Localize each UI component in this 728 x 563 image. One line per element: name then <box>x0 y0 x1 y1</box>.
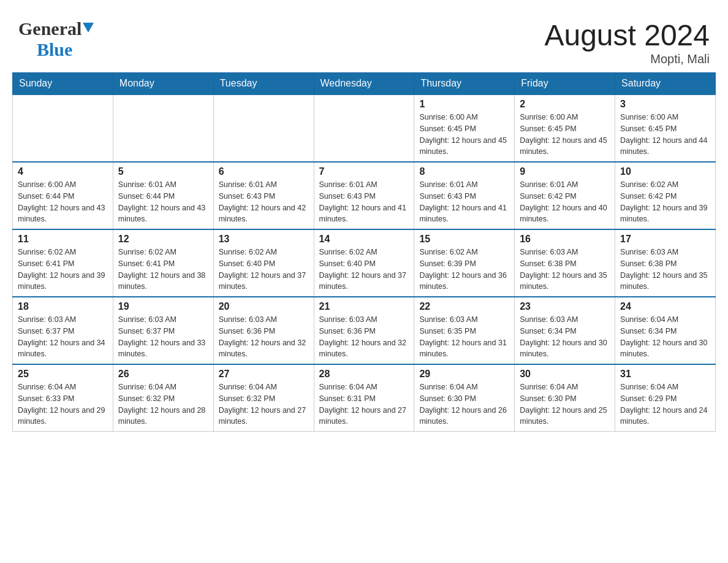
day-info: Sunrise: 6:04 AMSunset: 6:30 PMDaylight:… <box>419 383 506 426</box>
calendar-cell <box>13 94 113 162</box>
page-header: General Blue August 2024 Mopti, Mali <box>12 12 716 66</box>
calendar-week-row-2: 4 Sunrise: 6:00 AMSunset: 6:44 PMDayligh… <box>13 162 716 229</box>
calendar-cell: 13 Sunrise: 6:02 AMSunset: 6:40 PMDaylig… <box>213 229 314 297</box>
calendar-cell: 6 Sunrise: 6:01 AMSunset: 6:43 PMDayligh… <box>213 162 314 229</box>
calendar-cell: 27 Sunrise: 6:04 AMSunset: 6:32 PMDaylig… <box>213 364 314 432</box>
day-number: 10 <box>620 166 710 177</box>
day-info: Sunrise: 6:02 AMSunset: 6:40 PMDaylight:… <box>219 248 306 291</box>
logo: General Blue <box>18 18 94 60</box>
day-info: Sunrise: 6:00 AMSunset: 6:45 PMDaylight:… <box>520 113 607 156</box>
day-number: 18 <box>18 301 108 312</box>
calendar-cell <box>213 94 314 162</box>
weekday-header-monday: Monday <box>113 73 213 95</box>
day-number: 23 <box>520 301 610 312</box>
day-number: 17 <box>620 234 710 245</box>
day-info: Sunrise: 6:03 AMSunset: 6:35 PMDaylight:… <box>419 315 506 358</box>
day-info: Sunrise: 6:03 AMSunset: 6:37 PMDaylight:… <box>118 315 205 358</box>
calendar-cell: 21 Sunrise: 6:03 AMSunset: 6:36 PMDaylig… <box>314 297 414 364</box>
day-info: Sunrise: 6:00 AMSunset: 6:44 PMDaylight:… <box>18 180 105 223</box>
weekday-header-friday: Friday <box>515 73 615 95</box>
day-info: Sunrise: 6:03 AMSunset: 6:36 PMDaylight:… <box>219 315 306 358</box>
day-number: 16 <box>520 234 610 245</box>
day-number: 2 <box>520 99 610 110</box>
day-number: 24 <box>620 301 710 312</box>
day-info: Sunrise: 6:04 AMSunset: 6:32 PMDaylight:… <box>219 383 306 426</box>
calendar-cell: 2 Sunrise: 6:00 AMSunset: 6:45 PMDayligh… <box>515 94 615 162</box>
calendar-week-row-1: 1 Sunrise: 6:00 AMSunset: 6:45 PMDayligh… <box>13 94 716 162</box>
day-info: Sunrise: 6:03 AMSunset: 6:36 PMDaylight:… <box>319 315 406 358</box>
day-info: Sunrise: 6:02 AMSunset: 6:40 PMDaylight:… <box>319 248 406 291</box>
day-info: Sunrise: 6:02 AMSunset: 6:41 PMDaylight:… <box>118 248 205 291</box>
calendar-cell: 24 Sunrise: 6:04 AMSunset: 6:34 PMDaylig… <box>615 297 716 364</box>
calendar-cell <box>113 94 213 162</box>
day-info: Sunrise: 6:03 AMSunset: 6:38 PMDaylight:… <box>520 248 607 291</box>
day-number: 29 <box>419 369 509 380</box>
day-info: Sunrise: 6:01 AMSunset: 6:43 PMDaylight:… <box>419 180 506 223</box>
month-title: August 2024 <box>544 18 710 52</box>
day-number: 15 <box>419 234 509 245</box>
day-info: Sunrise: 6:00 AMSunset: 6:45 PMDaylight:… <box>620 113 707 156</box>
day-number: 4 <box>18 166 108 177</box>
day-number: 21 <box>319 301 409 312</box>
calendar-cell: 11 Sunrise: 6:02 AMSunset: 6:41 PMDaylig… <box>13 229 113 297</box>
calendar-cell: 26 Sunrise: 6:04 AMSunset: 6:32 PMDaylig… <box>113 364 213 432</box>
day-info: Sunrise: 6:04 AMSunset: 6:33 PMDaylight:… <box>18 383 105 426</box>
day-number: 1 <box>419 99 509 110</box>
calendar-week-row-3: 11 Sunrise: 6:02 AMSunset: 6:41 PMDaylig… <box>13 229 716 297</box>
weekday-header-thursday: Thursday <box>414 73 515 95</box>
calendar-cell: 20 Sunrise: 6:03 AMSunset: 6:36 PMDaylig… <box>213 297 314 364</box>
calendar-cell: 30 Sunrise: 6:04 AMSunset: 6:30 PMDaylig… <box>515 364 615 432</box>
calendar-cell: 25 Sunrise: 6:04 AMSunset: 6:33 PMDaylig… <box>13 364 113 432</box>
calendar-cell: 16 Sunrise: 6:03 AMSunset: 6:38 PMDaylig… <box>515 229 615 297</box>
day-info: Sunrise: 6:04 AMSunset: 6:32 PMDaylight:… <box>118 383 205 426</box>
calendar-cell: 23 Sunrise: 6:03 AMSunset: 6:34 PMDaylig… <box>515 297 615 364</box>
day-number: 27 <box>219 369 309 380</box>
weekday-header-saturday: Saturday <box>615 73 716 95</box>
day-number: 7 <box>319 166 409 177</box>
day-number: 31 <box>620 369 710 380</box>
day-info: Sunrise: 6:04 AMSunset: 6:30 PMDaylight:… <box>520 383 607 426</box>
day-number: 13 <box>219 234 309 245</box>
calendar-cell <box>314 94 414 162</box>
day-number: 22 <box>419 301 509 312</box>
day-info: Sunrise: 6:01 AMSunset: 6:44 PMDaylight:… <box>118 180 205 223</box>
day-info: Sunrise: 6:00 AMSunset: 6:45 PMDaylight:… <box>419 113 506 156</box>
calendar-cell: 12 Sunrise: 6:02 AMSunset: 6:41 PMDaylig… <box>113 229 213 297</box>
weekday-header-sunday: Sunday <box>13 73 113 95</box>
calendar-cell: 15 Sunrise: 6:02 AMSunset: 6:39 PMDaylig… <box>414 229 515 297</box>
calendar-table: SundayMondayTuesdayWednesdayThursdayFrid… <box>12 72 716 432</box>
location-label: Mopti, Mali <box>544 52 710 66</box>
calendar-week-row-4: 18 Sunrise: 6:03 AMSunset: 6:37 PMDaylig… <box>13 297 716 364</box>
day-number: 19 <box>118 301 208 312</box>
day-number: 6 <box>219 166 309 177</box>
day-number: 5 <box>118 166 208 177</box>
logo-blue-text: Blue <box>37 39 72 60</box>
day-info: Sunrise: 6:01 AMSunset: 6:43 PMDaylight:… <box>219 180 306 223</box>
day-number: 8 <box>419 166 509 177</box>
title-section: August 2024 Mopti, Mali <box>544 18 710 66</box>
day-info: Sunrise: 6:03 AMSunset: 6:34 PMDaylight:… <box>520 315 607 358</box>
day-number: 12 <box>118 234 208 245</box>
weekday-header-wednesday: Wednesday <box>314 73 414 95</box>
day-info: Sunrise: 6:02 AMSunset: 6:41 PMDaylight:… <box>18 248 105 291</box>
day-info: Sunrise: 6:01 AMSunset: 6:42 PMDaylight:… <box>520 180 607 223</box>
calendar-cell: 8 Sunrise: 6:01 AMSunset: 6:43 PMDayligh… <box>414 162 515 229</box>
calendar-cell: 19 Sunrise: 6:03 AMSunset: 6:37 PMDaylig… <box>113 297 213 364</box>
calendar-cell: 22 Sunrise: 6:03 AMSunset: 6:35 PMDaylig… <box>414 297 515 364</box>
day-info: Sunrise: 6:04 AMSunset: 6:34 PMDaylight:… <box>620 315 707 358</box>
day-info: Sunrise: 6:02 AMSunset: 6:39 PMDaylight:… <box>419 248 506 291</box>
calendar-cell: 29 Sunrise: 6:04 AMSunset: 6:30 PMDaylig… <box>414 364 515 432</box>
day-number: 11 <box>18 234 108 245</box>
logo-triangle-icon <box>83 23 94 33</box>
day-info: Sunrise: 6:01 AMSunset: 6:43 PMDaylight:… <box>319 180 406 223</box>
day-info: Sunrise: 6:03 AMSunset: 6:37 PMDaylight:… <box>18 315 105 358</box>
day-info: Sunrise: 6:04 AMSunset: 6:31 PMDaylight:… <box>319 383 406 426</box>
calendar-week-row-5: 25 Sunrise: 6:04 AMSunset: 6:33 PMDaylig… <box>13 364 716 432</box>
calendar-cell: 5 Sunrise: 6:01 AMSunset: 6:44 PMDayligh… <box>113 162 213 229</box>
calendar-cell: 31 Sunrise: 6:04 AMSunset: 6:29 PMDaylig… <box>615 364 716 432</box>
calendar-cell: 18 Sunrise: 6:03 AMSunset: 6:37 PMDaylig… <box>13 297 113 364</box>
calendar-cell: 10 Sunrise: 6:02 AMSunset: 6:42 PMDaylig… <box>615 162 716 229</box>
day-number: 30 <box>520 369 610 380</box>
day-info: Sunrise: 6:04 AMSunset: 6:29 PMDaylight:… <box>620 383 707 426</box>
day-info: Sunrise: 6:03 AMSunset: 6:38 PMDaylight:… <box>620 248 707 291</box>
